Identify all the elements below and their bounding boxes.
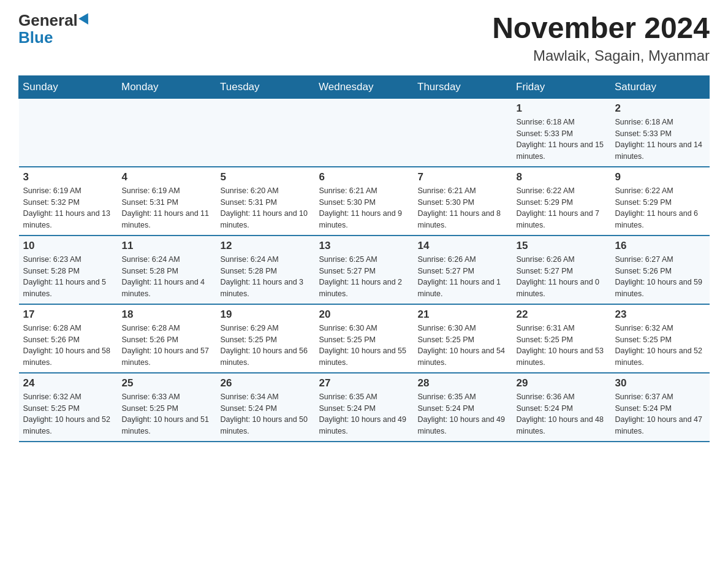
day-number: 29 xyxy=(517,377,607,389)
calendar-day-cell: 23Sunrise: 6:32 AM Sunset: 5:25 PM Dayli… xyxy=(611,304,710,373)
day-number: 28 xyxy=(418,377,508,389)
calendar-day-cell: 3Sunrise: 6:19 AM Sunset: 5:32 PM Daylig… xyxy=(19,167,118,236)
calendar-day-cell: 25Sunrise: 6:33 AM Sunset: 5:25 PM Dayli… xyxy=(118,373,216,442)
day-info: Sunrise: 6:18 AM Sunset: 5:33 PM Dayligh… xyxy=(517,117,607,163)
day-number: 7 xyxy=(418,171,508,183)
logo-blue: Blue xyxy=(18,29,53,45)
day-info: Sunrise: 6:21 AM Sunset: 5:30 PM Dayligh… xyxy=(418,185,508,231)
day-of-week-header: Wednesday xyxy=(315,75,414,98)
calendar-day-cell: 15Sunrise: 6:26 AM Sunset: 5:27 PM Dayli… xyxy=(512,236,611,304)
day-info: Sunrise: 6:30 AM Sunset: 5:25 PM Dayligh… xyxy=(418,323,508,369)
day-number: 3 xyxy=(23,171,113,183)
day-number: 10 xyxy=(23,240,113,252)
day-info: Sunrise: 6:26 AM Sunset: 5:27 PM Dayligh… xyxy=(418,254,508,300)
calendar-day-cell: 14Sunrise: 6:26 AM Sunset: 5:27 PM Dayli… xyxy=(414,236,512,304)
calendar-day-cell: 20Sunrise: 6:30 AM Sunset: 5:25 PM Dayli… xyxy=(315,304,414,373)
day-info: Sunrise: 6:31 AM Sunset: 5:25 PM Dayligh… xyxy=(517,323,607,369)
day-number: 12 xyxy=(221,240,311,252)
logo-general: General xyxy=(18,12,78,28)
title-area: November 2024 Mawlaik, Sagain, Myanmar xyxy=(492,12,710,64)
day-number: 20 xyxy=(319,308,409,321)
day-info: Sunrise: 6:21 AM Sunset: 5:30 PM Dayligh… xyxy=(319,185,409,231)
calendar-week-row: 10Sunrise: 6:23 AM Sunset: 5:28 PM Dayli… xyxy=(19,236,710,304)
day-number: 6 xyxy=(319,171,409,183)
day-of-week-header: Tuesday xyxy=(216,75,315,98)
day-info: Sunrise: 6:30 AM Sunset: 5:25 PM Dayligh… xyxy=(319,323,409,369)
day-of-week-header: Thursday xyxy=(414,75,512,98)
month-title: November 2024 xyxy=(492,12,710,45)
logo-triangle-icon xyxy=(78,13,93,28)
calendar-day-cell xyxy=(118,98,216,167)
day-info: Sunrise: 6:24 AM Sunset: 5:28 PM Dayligh… xyxy=(122,254,212,300)
day-info: Sunrise: 6:26 AM Sunset: 5:27 PM Dayligh… xyxy=(517,254,607,300)
day-info: Sunrise: 6:29 AM Sunset: 5:25 PM Dayligh… xyxy=(221,323,311,369)
calendar-day-cell: 11Sunrise: 6:24 AM Sunset: 5:28 PM Dayli… xyxy=(118,236,216,304)
calendar-week-row: 1Sunrise: 6:18 AM Sunset: 5:33 PM Daylig… xyxy=(19,98,710,167)
calendar-day-cell: 6Sunrise: 6:21 AM Sunset: 5:30 PM Daylig… xyxy=(315,167,414,236)
calendar-day-cell: 29Sunrise: 6:36 AM Sunset: 5:24 PM Dayli… xyxy=(512,373,611,442)
calendar-day-cell: 7Sunrise: 6:21 AM Sunset: 5:30 PM Daylig… xyxy=(414,167,512,236)
calendar-day-cell: 9Sunrise: 6:22 AM Sunset: 5:29 PM Daylig… xyxy=(611,167,710,236)
calendar-day-cell: 21Sunrise: 6:30 AM Sunset: 5:25 PM Dayli… xyxy=(414,304,512,373)
page-header: General Blue November 2024 Mawlaik, Saga… xyxy=(18,12,710,64)
day-info: Sunrise: 6:19 AM Sunset: 5:31 PM Dayligh… xyxy=(122,185,212,231)
calendar-day-cell: 18Sunrise: 6:28 AM Sunset: 5:26 PM Dayli… xyxy=(118,304,216,373)
calendar-day-cell: 4Sunrise: 6:19 AM Sunset: 5:31 PM Daylig… xyxy=(118,167,216,236)
calendar-day-cell: 5Sunrise: 6:20 AM Sunset: 5:31 PM Daylig… xyxy=(216,167,315,236)
day-of-week-header: Monday xyxy=(118,75,216,98)
day-number: 14 xyxy=(418,240,508,252)
day-number: 30 xyxy=(615,377,705,389)
day-number: 25 xyxy=(122,377,212,389)
calendar-day-cell: 12Sunrise: 6:24 AM Sunset: 5:28 PM Dayli… xyxy=(216,236,315,304)
day-number: 11 xyxy=(122,240,212,252)
day-info: Sunrise: 6:27 AM Sunset: 5:26 PM Dayligh… xyxy=(615,254,705,300)
day-number: 2 xyxy=(615,102,705,115)
day-number: 27 xyxy=(319,377,409,389)
calendar-week-row: 24Sunrise: 6:32 AM Sunset: 5:25 PM Dayli… xyxy=(19,373,710,442)
calendar-day-cell: 2Sunrise: 6:18 AM Sunset: 5:33 PM Daylig… xyxy=(611,98,710,167)
day-number: 17 xyxy=(23,308,113,321)
calendar-day-cell: 8Sunrise: 6:22 AM Sunset: 5:29 PM Daylig… xyxy=(512,167,611,236)
day-number: 4 xyxy=(122,171,212,183)
calendar-day-cell xyxy=(414,98,512,167)
day-info: Sunrise: 6:32 AM Sunset: 5:25 PM Dayligh… xyxy=(23,391,113,437)
day-info: Sunrise: 6:28 AM Sunset: 5:26 PM Dayligh… xyxy=(122,323,212,369)
day-of-week-header: Friday xyxy=(512,75,611,98)
logo: General Blue xyxy=(18,12,91,45)
day-number: 15 xyxy=(517,240,607,252)
day-of-week-header: Saturday xyxy=(611,75,710,98)
calendar-day-cell: 27Sunrise: 6:35 AM Sunset: 5:24 PM Dayli… xyxy=(315,373,414,442)
calendar-day-cell: 16Sunrise: 6:27 AM Sunset: 5:26 PM Dayli… xyxy=(611,236,710,304)
day-of-week-header: Sunday xyxy=(19,75,118,98)
day-info: Sunrise: 6:33 AM Sunset: 5:25 PM Dayligh… xyxy=(122,391,212,437)
day-info: Sunrise: 6:20 AM Sunset: 5:31 PM Dayligh… xyxy=(221,185,311,231)
calendar-day-cell: 28Sunrise: 6:35 AM Sunset: 5:24 PM Dayli… xyxy=(414,373,512,442)
day-number: 19 xyxy=(221,308,311,321)
day-number: 5 xyxy=(221,171,311,183)
day-number: 26 xyxy=(221,377,311,389)
calendar-day-cell: 1Sunrise: 6:18 AM Sunset: 5:33 PM Daylig… xyxy=(512,98,611,167)
calendar-day-cell: 26Sunrise: 6:34 AM Sunset: 5:24 PM Dayli… xyxy=(216,373,315,442)
day-info: Sunrise: 6:18 AM Sunset: 5:33 PM Dayligh… xyxy=(615,117,705,163)
day-info: Sunrise: 6:28 AM Sunset: 5:26 PM Dayligh… xyxy=(23,323,113,369)
calendar-day-cell: 10Sunrise: 6:23 AM Sunset: 5:28 PM Dayli… xyxy=(19,236,118,304)
day-info: Sunrise: 6:19 AM Sunset: 5:32 PM Dayligh… xyxy=(23,185,113,231)
day-number: 23 xyxy=(615,308,705,321)
calendar-day-cell: 30Sunrise: 6:37 AM Sunset: 5:24 PM Dayli… xyxy=(611,373,710,442)
calendar-day-cell: 17Sunrise: 6:28 AM Sunset: 5:26 PM Dayli… xyxy=(19,304,118,373)
day-number: 13 xyxy=(319,240,409,252)
day-info: Sunrise: 6:22 AM Sunset: 5:29 PM Dayligh… xyxy=(517,185,607,231)
calendar-day-cell xyxy=(216,98,315,167)
day-info: Sunrise: 6:23 AM Sunset: 5:28 PM Dayligh… xyxy=(23,254,113,300)
day-info: Sunrise: 6:22 AM Sunset: 5:29 PM Dayligh… xyxy=(615,185,705,231)
location-title: Mawlaik, Sagain, Myanmar xyxy=(492,47,710,64)
day-info: Sunrise: 6:24 AM Sunset: 5:28 PM Dayligh… xyxy=(221,254,311,300)
day-info: Sunrise: 6:34 AM Sunset: 5:24 PM Dayligh… xyxy=(221,391,311,437)
day-info: Sunrise: 6:32 AM Sunset: 5:25 PM Dayligh… xyxy=(615,323,705,369)
calendar-day-cell: 24Sunrise: 6:32 AM Sunset: 5:25 PM Dayli… xyxy=(19,373,118,442)
day-number: 1 xyxy=(517,102,607,115)
day-number: 22 xyxy=(517,308,607,321)
calendar-week-row: 3Sunrise: 6:19 AM Sunset: 5:32 PM Daylig… xyxy=(19,167,710,236)
calendar-header-row: SundayMondayTuesdayWednesdayThursdayFrid… xyxy=(19,75,710,98)
day-number: 9 xyxy=(615,171,705,183)
